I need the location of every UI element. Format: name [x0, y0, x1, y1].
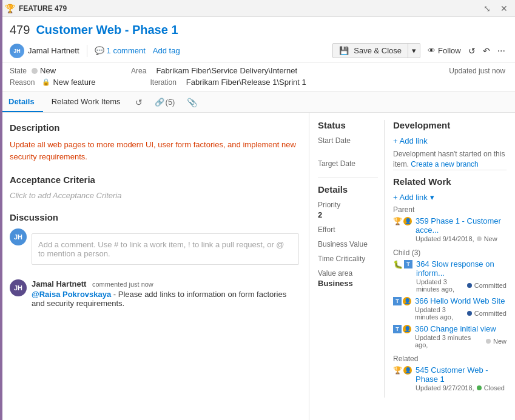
details-subsection: Details Priority 2 Effort Business Value	[318, 178, 378, 288]
minimize-button[interactable]: ⤡	[481, 2, 493, 15]
create-branch-link[interactable]: Create a new branch	[411, 160, 478, 168]
tab-details[interactable]: Details	[0, 92, 43, 112]
related-subsection: Related 🏆 👤 545 Customer Web - Phase 1	[393, 355, 507, 392]
priority-value: 2	[318, 210, 378, 219]
acceptance-criteria-input[interactable]: Click to add Acceptance Criteria	[10, 191, 299, 200]
lock-icon: 🔒	[42, 78, 50, 86]
task-icon: T	[404, 260, 412, 268]
related-person-icon: 👤	[403, 366, 412, 375]
parent-section: Parent 🏆 👤 359 Phase 1 - Customer acce..…	[393, 205, 507, 242]
value-area-label: Value area	[318, 269, 378, 278]
dev-note: Development hasn't started on this item.…	[393, 149, 507, 170]
undo-button[interactable]: ↶	[483, 46, 490, 56]
comment-text: @Raisa Pokrovskaya - Please add links to…	[32, 290, 299, 308]
state-value: New	[32, 66, 56, 75]
child-1-status-dot	[467, 311, 472, 316]
time-criticality-label: Time Criticality	[318, 255, 378, 263]
value-area-field: Value area Business	[318, 269, 378, 288]
child-item-2-title[interactable]: 360 Change initial view	[415, 324, 507, 333]
add-link-button-2[interactable]: + Add link ▾	[393, 193, 507, 202]
comment-body: Jamal Hartnett commented just now @Raisa…	[32, 279, 299, 308]
feature-icon: 🏆	[393, 217, 402, 225]
iteration-label: Iteration	[150, 78, 176, 87]
area-field: Area Fabrikam Fiber\Service Delivery\Int…	[131, 66, 297, 75]
add-link-label-2: + Add link	[393, 193, 428, 202]
save-close-dropdown[interactable]: ▾	[408, 44, 420, 58]
discussion-input[interactable]: Add a comment. Use # to link a work item…	[32, 233, 299, 265]
follow-label: Follow	[438, 46, 461, 55]
time-criticality-field: Time Criticality	[318, 255, 378, 263]
divider	[87, 45, 87, 57]
close-button[interactable]: ✕	[498, 2, 510, 15]
related-item-0: 🏆 👤 545 Customer Web - Phase 1 Updated 9…	[393, 365, 507, 392]
start-date-field: Start Date	[318, 136, 378, 145]
reason-label: Reason	[10, 78, 35, 87]
add-link-button[interactable]: + Add link	[393, 136, 507, 145]
child-item-0-title[interactable]: 364 Slow response on inform...	[416, 259, 507, 278]
business-value-label: Business Value	[318, 240, 378, 248]
value-area-value: Business	[318, 279, 378, 288]
avatar: JH	[10, 44, 24, 58]
follow-button[interactable]: 👁 Follow	[428, 46, 461, 55]
development-title: Development	[393, 120, 507, 130]
work-item-header: 479 Customer Web - Phase 1 JH Jamal Hart…	[0, 17, 515, 62]
acceptance-criteria-title: Acceptance Criteria	[10, 175, 299, 185]
area-value[interactable]: Fabrikam Fiber\Service Delivery\Internet	[156, 66, 297, 75]
status-title: Status	[318, 120, 378, 130]
related-work-section: Related Work + Add link ▾ Parent 🏆	[393, 170, 507, 392]
dev-related-column: Development + Add link Development hasn'…	[385, 120, 507, 398]
tab-history[interactable]: ↺	[129, 93, 149, 112]
save-close-button[interactable]: 💾 Save & Close ▾	[332, 43, 420, 58]
reason-field: Reason 🔒 New feature	[10, 78, 95, 87]
person-icon-2: 👤	[403, 297, 411, 305]
person-icon-3: 👤	[403, 325, 411, 333]
state-dot	[32, 68, 38, 74]
target-date-field: Target Date	[318, 159, 378, 168]
parent-status-dot	[477, 236, 482, 241]
comment-mention[interactable]: @Raisa Pokrovskaya	[32, 290, 111, 299]
child-item-1: T 👤 366 Hello World Web Site Updated 3 m…	[393, 296, 507, 321]
child-label: Child (3)	[393, 248, 507, 257]
related-feature-icon: 🏆	[393, 366, 402, 375]
related-item-0-title[interactable]: 545 Customer Web - Phase 1	[416, 365, 507, 384]
business-value-field: Business Value	[318, 240, 378, 248]
bug-icon: 🐛	[393, 260, 403, 269]
parent-title[interactable]: 359 Phase 1 - Customer acce...	[416, 216, 507, 235]
discussion-title: Discussion	[10, 212, 299, 222]
comment-time: commented just now	[92, 281, 153, 288]
iteration-value[interactable]: Fabrikam Fiber\Release 1\Sprint 1	[186, 78, 306, 87]
state-label: State	[10, 67, 27, 75]
iteration-field: Iteration Fabrikam Fiber\Release 1\Sprin…	[150, 78, 306, 87]
start-date-label: Start Date	[318, 136, 378, 145]
commenter-avatar: JH	[10, 279, 27, 296]
tab-attachments[interactable]: 📎	[181, 93, 203, 112]
child-item-0: 🐛 T 364 Slow response on inform... Updat…	[393, 259, 507, 293]
priority-label: Priority	[318, 201, 378, 209]
assigned-user[interactable]: JH Jamal Hartnett	[10, 44, 79, 58]
parent-label: Parent	[393, 205, 507, 214]
effort-field: Effort	[318, 225, 378, 234]
comment-button[interactable]: 💬 1 comment	[95, 46, 146, 55]
area-label: Area	[131, 67, 146, 75]
feature-icon: 🏆	[5, 4, 15, 13]
parent-icons: 🏆 👤	[393, 217, 412, 225]
reason-value: 🔒 New feature	[42, 78, 95, 87]
child-section: Child (3) 🐛 T 364 Slow response on infor…	[393, 248, 507, 348]
refresh-button[interactable]: ↺	[468, 46, 476, 56]
status-column: Status Start Date Target Date Details Pr…	[318, 120, 385, 398]
work-item-name: Customer Web - Phase 1	[36, 23, 178, 37]
tab-links[interactable]: 🔗 (5)	[149, 93, 181, 112]
save-close-label: Save & Close	[354, 46, 402, 55]
parent-info: 359 Phase 1 - Customer acce... Updated 9…	[416, 216, 507, 242]
right-panel: Status Start Date Target Date Details Pr…	[309, 113, 515, 420]
child-item-1-title[interactable]: 366 Hello World Web Site	[415, 296, 507, 305]
tab-related-work-items[interactable]: Related Work Items	[43, 92, 129, 112]
comment-item: JH Jamal Hartnett commented just now @Ra…	[10, 279, 299, 308]
more-button[interactable]: ···	[497, 45, 505, 56]
commenter-name: Jamal Hartnett	[32, 279, 86, 288]
comment-count: 1 comment	[107, 46, 146, 55]
current-user-avatar: JH	[10, 228, 27, 245]
add-tag-button[interactable]: Add tag	[153, 46, 180, 55]
related-status-dot	[477, 385, 482, 390]
tabs-bar: Details Related Work Items ↺ 🔗 (5) 📎	[0, 92, 515, 113]
